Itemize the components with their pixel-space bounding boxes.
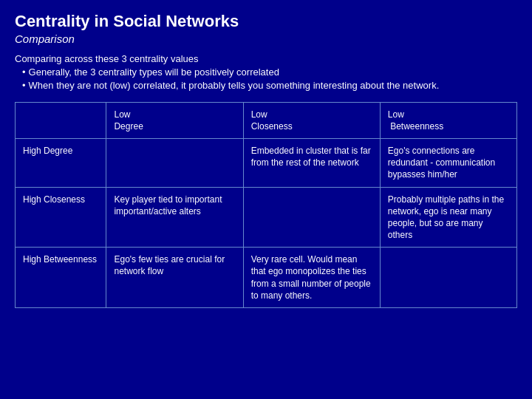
- row-header-high-degree: High Degree: [16, 138, 106, 187]
- header-low-closeness: LowCloseness: [243, 102, 380, 138]
- page: Centrality in Social Networks Comparison…: [0, 0, 532, 399]
- intro-bullet2: When they are not (low) correlated, it p…: [22, 79, 517, 92]
- header-low-degree: LowDegree: [106, 102, 243, 138]
- cell-hb-lc: Very rare cell. Would mean that ego mono…: [243, 248, 380, 308]
- cell-hd-lc: Embedded in cluster that is far from the…: [243, 138, 380, 187]
- row-header-high-closeness: High Closeness: [16, 187, 106, 248]
- table-row: High Degree Embedded in cluster that is …: [16, 138, 517, 187]
- header-low-betweenness: Low Betweenness: [380, 102, 516, 138]
- header-empty: [16, 102, 106, 138]
- page-subtitle: Comparison: [15, 33, 517, 45]
- cell-hb-lb: [380, 248, 516, 308]
- intro-main: Comparing across these 3 centrality valu…: [15, 52, 517, 66]
- row-header-high-betweenness: High Betweenness: [16, 248, 106, 308]
- cell-hc-lb: Probably multiple paths in the network, …: [380, 187, 516, 248]
- intro-section: Comparing across these 3 centrality valu…: [15, 52, 517, 93]
- table-row: High Betweenness Ego's few ties are cruc…: [16, 248, 517, 308]
- cell-hd-lb: Ego's connections are redundant - commun…: [380, 138, 516, 187]
- cell-hd-ld: [106, 138, 243, 187]
- table-header-row: LowDegree LowCloseness Low Betweenness: [16, 102, 517, 138]
- cell-hb-ld: Ego's few ties are crucial for network f…: [106, 248, 243, 308]
- intro-bullet1: Generally, the 3 centrality types will b…: [22, 66, 517, 79]
- table-row: High Closeness Key player tied to import…: [16, 187, 517, 248]
- cell-hc-lc: [243, 187, 380, 248]
- cell-hc-ld: Key player tied to important important/a…: [106, 187, 243, 248]
- comparison-table: LowDegree LowCloseness Low Betweenness H…: [15, 102, 517, 308]
- page-title: Centrality in Social Networks: [15, 12, 517, 31]
